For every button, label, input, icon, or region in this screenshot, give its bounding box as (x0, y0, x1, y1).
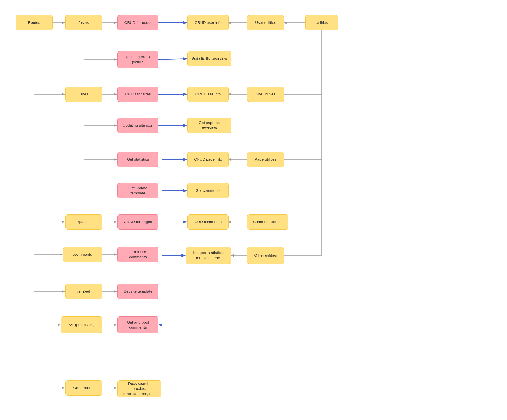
images-stats-node: Images, statistics, templates, etc. (186, 247, 231, 264)
crud-site-info-node: CRUD site info (187, 87, 229, 102)
sites-node: /sites (65, 87, 102, 102)
get-update-template-node: Get/update template (117, 183, 158, 198)
get-site-list-node: Get site list overview (187, 51, 231, 66)
site-utilities-node: Site utilities (247, 87, 284, 102)
users-node: /users (65, 15, 102, 30)
crud-pages-node: CRUD for pages (117, 214, 158, 230)
updating-site-icon-node: Updating site icon (117, 118, 158, 133)
get-statistics-node: Get statistics (117, 152, 158, 167)
svg-line-7 (158, 59, 187, 60)
crud-users-node: CRUD for users (117, 15, 158, 30)
utilities-node: Utilities (305, 15, 338, 30)
other-routes-node: Other routes (65, 380, 102, 396)
crud-comments-node: CRUD for comments (117, 247, 158, 262)
updating-profile-node: Updating profile picture (117, 51, 158, 68)
cud-comments-node: CUD comments (187, 214, 229, 230)
routes-node: Routes (16, 15, 53, 30)
v1-node: /v1 (public API) (61, 316, 102, 333)
arrows-layer (0, 0, 507, 420)
docs-search-node: Docs search, proxies, error captures, et… (117, 380, 161, 397)
embed-node: /embed (65, 284, 102, 299)
user-utilities-node: User utilities (247, 15, 284, 30)
get-page-list-node: Get page list overview (187, 118, 231, 133)
diagram: Routes /users CRUD for users Updating pr… (0, 0, 507, 420)
pages-node: /pages (65, 214, 102, 230)
get-site-template-node: Get site template (117, 284, 158, 299)
crud-sites-node: CRUD for sites (117, 87, 158, 102)
get-comments-node: Get comments (187, 183, 229, 198)
crud-page-info-node: CRUD page info (187, 152, 229, 167)
comment-utilities-node: Comment utilities (247, 214, 288, 230)
other-utilities-node: Other utilities (247, 247, 284, 264)
page-utilities-node: Page utilities (247, 152, 284, 167)
crud-user-info-node: CRUD user info (187, 15, 229, 30)
comments-node: /comments (63, 247, 102, 262)
get-post-comments-node: Get and post comments (117, 316, 158, 333)
